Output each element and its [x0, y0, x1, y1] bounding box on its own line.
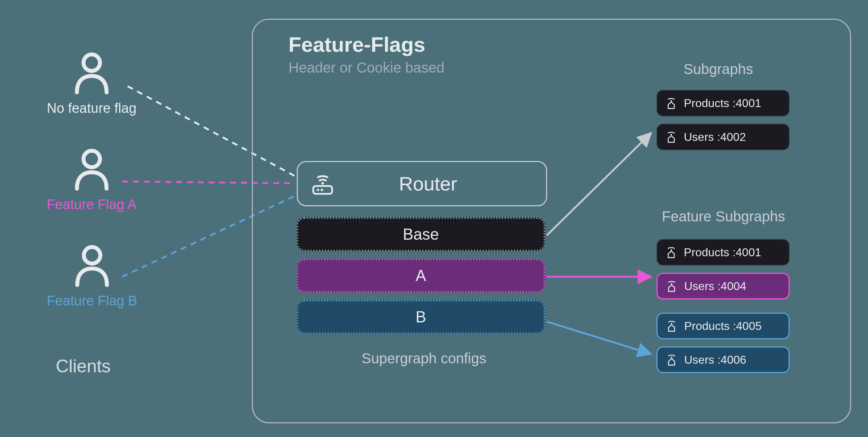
wifi-home-icon — [665, 354, 678, 366]
svg-point-0 — [83, 55, 100, 71]
config-label: B — [415, 308, 426, 326]
svg-point-1 — [83, 151, 100, 167]
clients-title: Clients — [56, 356, 111, 377]
svg-point-8 — [671, 134, 672, 135]
person-icon — [72, 147, 112, 190]
config-label: A — [415, 267, 426, 285]
chip-label: Users :4002 — [684, 130, 746, 144]
svg-point-12 — [671, 357, 672, 358]
config-a: A — [297, 259, 545, 293]
configs-label: Supergraph configs — [362, 350, 486, 367]
chip-label: Products :4001 — [684, 246, 761, 259]
wifi-home-icon — [665, 97, 677, 109]
svg-point-11 — [671, 323, 672, 325]
chip-label: Products :4001 — [684, 97, 761, 110]
svg-point-9 — [671, 249, 672, 251]
svg-point-3 — [322, 182, 324, 184]
router-label: Router — [335, 172, 546, 195]
subgraphs-title: Subgraphs — [683, 61, 753, 77]
client-flag-b: Feature Flag B — [47, 244, 137, 309]
feature-subgraph-products-4005: Products :4005 — [656, 313, 790, 339]
config-label: Base — [403, 225, 439, 243]
feature-flags-subtitle: Header or Cookie based — [288, 60, 445, 76]
router-icon — [310, 171, 335, 196]
subgraph-products: Products :4001 — [656, 90, 790, 116]
config-base: Base — [297, 217, 545, 251]
svg-point-2 — [84, 247, 100, 264]
wifi-home-icon — [665, 320, 678, 332]
feature-subgraph-products-1: Products :4001 — [656, 239, 790, 266]
wifi-home-icon — [665, 131, 677, 143]
subgraph-users: Users :4002 — [656, 124, 790, 150]
router-box: Router — [297, 161, 547, 206]
svg-point-7 — [671, 100, 672, 102]
chip-label: Users :4004 — [684, 280, 746, 293]
svg-point-6 — [321, 189, 323, 191]
client-label: Feature Flag B — [47, 293, 137, 309]
chip-label: Users :4006 — [684, 353, 746, 367]
diagram-stage: No feature flag Feature Flag A Feature F… — [0, 0, 868, 437]
feature-subgraphs-title: Feature Subgraphs — [662, 208, 785, 225]
person-icon — [72, 51, 112, 94]
wifi-home-icon — [665, 280, 678, 292]
client-label: No feature flag — [47, 101, 136, 116]
feature-subgraph-users-4006: Users :4006 — [656, 346, 790, 373]
client-no-flag: No feature flag — [47, 51, 136, 116]
wifi-home-icon — [665, 246, 677, 258]
feature-flags-title: Feature-Flags — [288, 32, 425, 56]
svg-point-10 — [671, 283, 672, 285]
client-label: Feature Flag A — [47, 197, 136, 212]
feature-subgraph-users-4004: Users :4004 — [656, 273, 790, 299]
person-icon — [72, 244, 112, 287]
client-flag-a: Feature Flag A — [47, 147, 136, 212]
svg-point-5 — [317, 189, 319, 191]
chip-label: Products :4005 — [684, 319, 762, 333]
config-b: B — [297, 300, 545, 334]
